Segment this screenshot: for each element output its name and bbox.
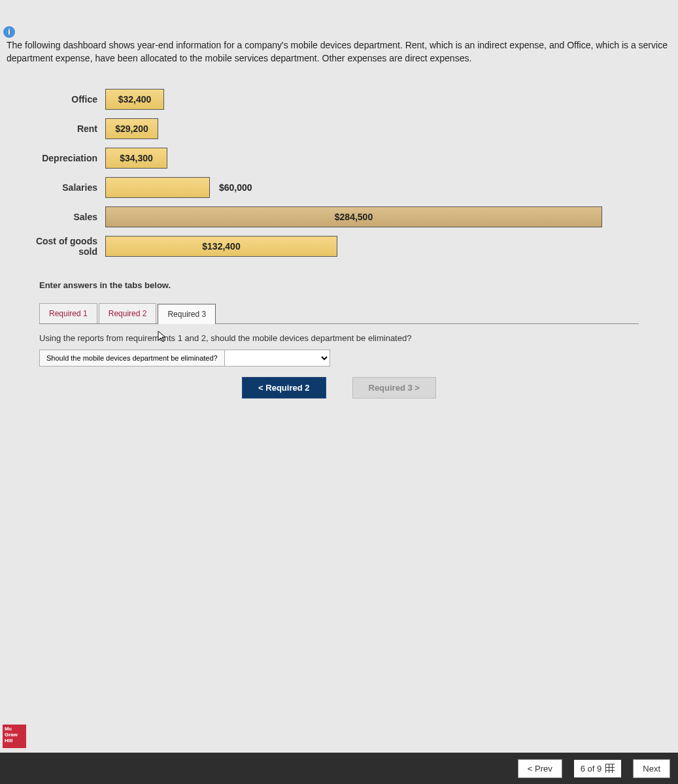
footer-counter: 6 of 9 [574, 760, 622, 777]
answer-row: Should the mobile devices department be … [39, 350, 330, 367]
chart-row-office: Office $32,400 [33, 84, 671, 114]
chart-row-salaries: Salaries $60,000 [33, 172, 671, 202]
chart-label: Office [33, 94, 101, 105]
chart-bar: $32,400 [105, 89, 164, 110]
counter-text: 6 of 9 [581, 764, 602, 774]
tab-nav-buttons: < Required 2 Required 3 > [39, 377, 639, 399]
bar-value: $34,300 [120, 153, 153, 163]
chart-bar: $34,300 [105, 148, 167, 169]
grid-icon[interactable] [605, 764, 615, 773]
question-text: Using the reports from requirements 1 an… [39, 324, 639, 350]
chart-label: Salaries [33, 182, 101, 193]
chart-bar: $284,500 [105, 206, 602, 227]
answer-label: Should the mobile devices department be … [40, 350, 225, 366]
tabs-instruction: Enter answers in the tabs below. [39, 280, 639, 290]
chart-row-sales: Sales $284,500 [33, 202, 671, 231]
tab-required-3[interactable]: Required 3 [158, 304, 216, 324]
footer-prev-button[interactable]: < Prev [518, 759, 562, 778]
answer-select[interactable] [225, 350, 330, 366]
tab-required-1[interactable]: Required 1 [39, 303, 97, 323]
bar-value: $32,400 [118, 94, 152, 105]
tab-required-2[interactable]: Required 2 [99, 303, 157, 323]
main-content: The following dashboard shows year-end i… [0, 0, 678, 399]
chart-bar: $29,200 [105, 118, 158, 139]
chart-label: Rent [33, 123, 101, 134]
bar-value: $29,200 [115, 123, 148, 134]
chart-bar: $132,400 [105, 236, 337, 257]
prev-tab-button[interactable]: < Required 2 [242, 377, 326, 399]
bar-value: $284,500 [335, 212, 373, 222]
chart-row-cogs: Cost of goods sold $132,400 [33, 231, 671, 261]
chart-bar [105, 177, 210, 198]
footer-bar: < Prev 6 of 9 Next [0, 753, 678, 784]
tabs-section: Enter answers in the tabs below. Require… [39, 280, 639, 399]
next-tab-button: Required 3 > [352, 377, 436, 399]
info-icon[interactable]: i [3, 26, 15, 38]
mcgraw-hill-logo: Mc Graw Hill [3, 725, 26, 748]
answer-input-cell [225, 350, 330, 366]
chart-row-rent: Rent $29,200 [33, 114, 671, 143]
footer-next-button[interactable]: Next [633, 759, 670, 778]
chart-row-depreciation: Depreciation $34,300 [33, 143, 671, 172]
problem-description: The following dashboard shows year-end i… [7, 39, 671, 65]
chart-label: Cost of goods sold [33, 236, 101, 257]
bar-value: $60,000 [219, 182, 252, 193]
bar-value: $132,400 [202, 241, 240, 252]
bar-chart: Office $32,400 Rent $29,200 Depreciation… [33, 84, 671, 261]
chart-label: Sales [33, 212, 101, 222]
chart-label: Depreciation [33, 153, 101, 163]
tabs-row: Required 1 Required 2 Required 3 [39, 303, 639, 324]
